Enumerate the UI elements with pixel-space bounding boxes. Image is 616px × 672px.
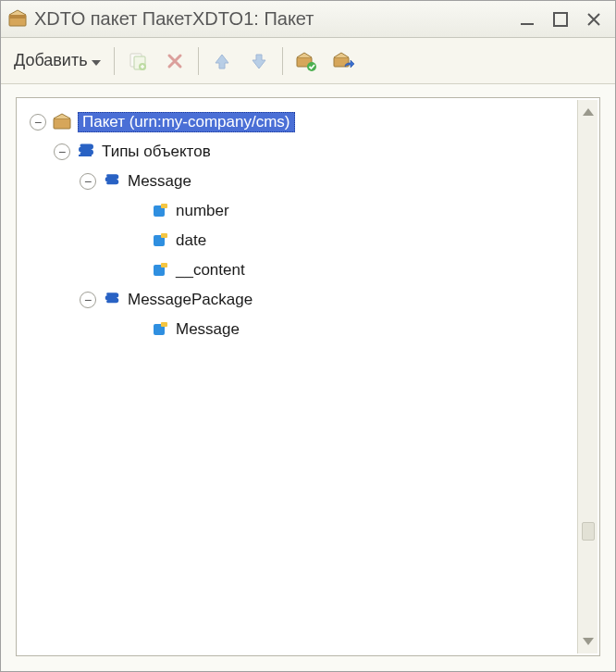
move-down-button[interactable]: [245, 47, 273, 75]
node-label: MessagePackage: [128, 291, 253, 309]
export-button[interactable]: [329, 47, 357, 75]
maximize-button[interactable]: [548, 7, 573, 31]
app-icon: [6, 8, 29, 31]
field-icon: [150, 319, 170, 340]
svg-rect-19: [161, 322, 167, 327]
window: XDTO пакет ПакетXDTO1: Пакет Добавить: [0, 0, 616, 672]
spacer: [128, 262, 144, 279]
content-area: − Пакет (urn:my-company/cms) −: [1, 84, 615, 671]
node-label: number: [176, 202, 229, 220]
scrollbar-thumb[interactable]: [582, 522, 595, 541]
spacer: [128, 203, 144, 219]
svg-rect-1: [9, 15, 26, 19]
tree-node-message[interactable]: − Message: [22, 167, 570, 196]
minimize-button[interactable]: [515, 7, 539, 31]
tree-panel: − Пакет (urn:my-company/cms) −: [16, 97, 600, 656]
svg-rect-2: [521, 23, 534, 25]
svg-rect-10: [54, 118, 70, 129]
type-group-icon: [76, 142, 96, 162]
copy-button[interactable]: [124, 47, 152, 75]
add-button[interactable]: Добавить: [10, 49, 105, 72]
type-icon: [102, 171, 122, 192]
collapse-icon[interactable]: −: [80, 292, 96, 308]
collapse-icon[interactable]: −: [30, 114, 46, 131]
tree-node-field[interactable]: __content: [22, 255, 570, 285]
package-icon: [52, 112, 72, 132]
titlebar: XDTO пакет ПакетXDTO1: Пакет: [1, 1, 615, 38]
delete-button[interactable]: [161, 47, 189, 75]
svg-rect-13: [161, 204, 167, 208]
field-icon: [150, 201, 170, 221]
svg-point-8: [307, 62, 316, 71]
node-label: __content: [176, 261, 245, 280]
toolbar-separator: [282, 47, 283, 75]
tree-node-field[interactable]: number: [22, 196, 570, 226]
spacer: [128, 321, 144, 338]
collapse-icon[interactable]: −: [54, 143, 70, 160]
window-title: XDTO пакет ПакетXDTO1: Пакет: [34, 8, 515, 30]
collapse-icon[interactable]: −: [80, 173, 96, 190]
svg-rect-3: [554, 13, 567, 26]
tree-node-package[interactable]: − Пакет (urn:my-company/cms): [22, 107, 570, 137]
field-icon: [150, 230, 170, 251]
tree-node-types[interactable]: − Типы объектов: [22, 137, 570, 167]
type-icon: [102, 290, 122, 310]
tree-node-field[interactable]: date: [22, 226, 570, 255]
node-label: Message: [128, 172, 191, 191]
validate-button[interactable]: [292, 47, 320, 75]
node-label: Типы объектов: [102, 143, 211, 161]
svg-rect-15: [161, 233, 167, 238]
vertical-scrollbar[interactable]: [577, 100, 598, 653]
tree-node-messagepackage[interactable]: − MessagePackage: [22, 285, 570, 315]
spacer: [128, 232, 144, 249]
node-label: Message: [176, 320, 240, 339]
add-button-label: Добавить: [14, 51, 88, 70]
svg-rect-11: [79, 155, 92, 156]
window-controls: [515, 7, 610, 31]
svg-rect-17: [161, 263, 167, 268]
toolbar-separator: [198, 47, 199, 75]
tree-node-field[interactable]: Message: [22, 315, 570, 344]
tree: − Пакет (urn:my-company/cms) −: [22, 107, 594, 344]
close-button[interactable]: [582, 7, 606, 31]
toolbar-separator: [114, 47, 115, 75]
dropdown-caret-icon: [92, 51, 101, 70]
scroll-down-icon[interactable]: [580, 633, 597, 650]
scroll-up-icon[interactable]: [580, 104, 597, 120]
field-icon: [150, 260, 170, 280]
node-label: date: [176, 231, 206, 250]
toolbar: Добавить: [1, 38, 615, 84]
node-label: Пакет (urn:my-company/cms): [78, 112, 295, 132]
move-up-button[interactable]: [208, 47, 236, 75]
